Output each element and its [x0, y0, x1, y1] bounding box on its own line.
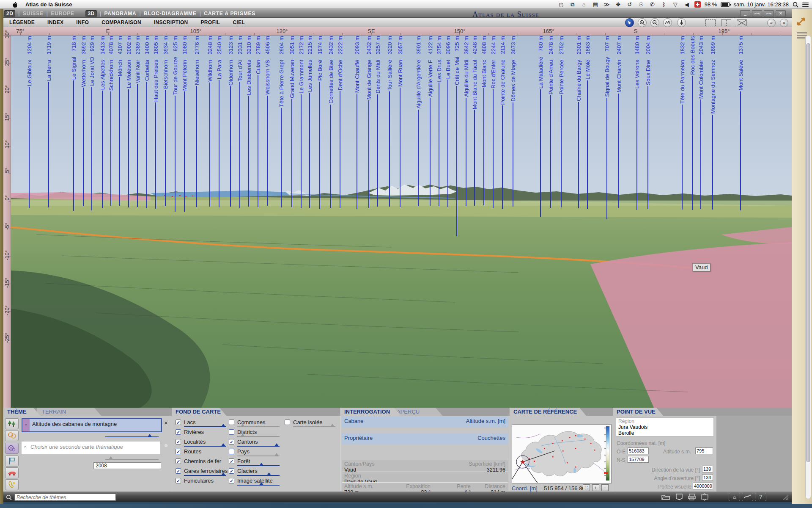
peak-marker[interactable]: Sous Dine 2004 m [645, 36, 651, 209]
menubar-clock[interactable]: sam. 10 janv. 16:28:38 [733, 1, 789, 8]
menu-info[interactable]: INFO [76, 19, 89, 25]
mode-badge-2d[interactable]: 2D [4, 10, 15, 17]
theme2-selector[interactable]: ^ Choisir une seconde carte thématique [22, 442, 160, 454]
transparency-slider[interactable] [237, 446, 280, 447]
peak-marker[interactable]: Tour Sallière 3220 m [386, 36, 393, 207]
theme2-dropdown-icon[interactable]: ^ [22, 442, 29, 454]
layout-icon[interactable]: ▤ [592, 1, 599, 8]
peak-marker[interactable]: Tour d'Aï 2331 m [236, 36, 243, 208]
panorama-view[interactable]: 75°E105°120°SE150°165°S195° 30°25°20°15°… [3, 27, 792, 408]
transparency-slider[interactable] [293, 426, 335, 427]
peak-marker[interactable]: Pointe Percée 2752 m [558, 36, 565, 207]
next-view-button[interactable]: » [780, 19, 788, 27]
peak-marker[interactable]: Niesehorn 2776 m [193, 36, 200, 207]
home-sharing-icon[interactable]: ⌂ [580, 1, 588, 8]
home-view-button[interactable]: ⌂ [729, 493, 740, 501]
transparency-slider[interactable] [184, 426, 226, 427]
theme2-transparency-slider[interactable] [105, 459, 159, 460]
peak-marker[interactable]: La Berra 1719 m [45, 36, 52, 207]
zoom-out-button[interactable] [650, 18, 659, 27]
menu-légende[interactable]: LÉGENDE [9, 19, 35, 25]
peak-marker[interactable]: Le Signal 718 m [70, 36, 77, 211]
transparency-slider[interactable] [237, 436, 280, 437]
checkbox-routes[interactable]: ✓ [176, 449, 181, 454]
transparency-slider[interactable] [237, 475, 280, 476]
notification-center-icon[interactable] [802, 2, 809, 8]
checkbox-funiculaires[interactable]: ✓ [176, 478, 181, 483]
transparency-slider[interactable] [237, 426, 280, 427]
theme1-dropdown-icon[interactable]: ^ [22, 419, 30, 431]
displays-icon[interactable]: ⧉ [569, 1, 576, 8]
battery-icon[interactable] [721, 2, 730, 7]
peak-marker[interactable]: Le Grammont 2172 m [298, 36, 304, 208]
peak-marker[interactable]: Le Buet 3096 m [444, 36, 451, 207]
close-view-button[interactable] [737, 19, 747, 26]
peak-marker[interactable]: Pic Boré 1974 m [316, 36, 323, 209]
panorama-scene[interactable]: Le Gibloux 1204 mLa Berra 1719 mLe Signa… [11, 36, 792, 408]
aperture-field[interactable] [702, 474, 713, 481]
help-button[interactable]: ? [755, 493, 766, 501]
peak-marker[interactable]: Mont Chauffé 2093 m [354, 36, 360, 209]
menu-inscription[interactable]: INSCRIPTION [154, 19, 188, 25]
open-folder-icon[interactable] [661, 493, 670, 501]
peak-marker[interactable]: Dent d'Oche 2222 m [337, 36, 343, 208]
checkbox-districts[interactable] [229, 429, 234, 435]
peak-marker[interactable]: Aiguille Verte F 4122 m [427, 36, 433, 206]
peak-marker[interactable]: Pointe de Chalune 2114 m [499, 36, 506, 209]
volume-icon[interactable]: ◀ [683, 1, 691, 8]
peak-marker[interactable]: La Para 2540 m [216, 36, 222, 207]
peak-marker[interactable]: Mont de Grange 2432 m [365, 36, 372, 208]
resize-grip[interactable] [782, 494, 789, 500]
peak-marker[interactable]: Tour de Gourze 925 m [172, 36, 178, 212]
theme-nature-button[interactable] [5, 418, 19, 429]
peak-marker[interactable]: Aiguille d'Argentière 3901 m [415, 36, 422, 206]
theme1-remove-button[interactable]: × [164, 419, 168, 426]
checkbox-communes[interactable] [229, 420, 234, 425]
theme-state-button[interactable] [5, 456, 19, 467]
range-field[interactable] [693, 483, 713, 489]
zoom-in-button[interactable] [638, 18, 647, 27]
theme-energy-button[interactable] [5, 479, 19, 490]
checkbox-pays[interactable] [229, 449, 234, 454]
vertical-scrollbar[interactable] [805, 35, 811, 499]
apple-menu-icon[interactable] [12, 1, 18, 8]
peak-marker[interactable]: Bietschhorn 3934 m [162, 36, 169, 206]
direction-field[interactable] [702, 466, 713, 472]
spotlight-icon[interactable] [793, 2, 798, 8]
peak-marker[interactable]: Dents du Midi 3257 m [374, 36, 381, 207]
mode-item-bloc-diagramme[interactable]: BLOC-DIAGRAMME [144, 11, 197, 17]
peak-marker[interactable]: Oldenhorn 3123 m [227, 36, 234, 207]
bluetooth-icon[interactable]: ᛒ [660, 1, 668, 8]
altitude-sm-field[interactable] [695, 447, 713, 454]
peak-marker[interactable]: Le Môle 1863 m [584, 36, 591, 209]
mode-item-panorama[interactable]: PANORAMA [104, 11, 136, 17]
fullscreen-button[interactable]: ⌐¬ [764, 10, 774, 17]
pan-view-button[interactable] [663, 18, 672, 27]
checkbox-localités[interactable]: ✓ [176, 439, 181, 444]
peak-marker[interactable]: Wetterhorn 3692 m [80, 36, 87, 206]
peak-marker[interactable]: Wildhorn 3248 m [206, 36, 213, 207]
refmap-zoom-in-button[interactable]: + [592, 484, 599, 491]
menu-index[interactable]: INDEX [47, 19, 63, 25]
theme2-remove-button[interactable]: ⊗ [163, 442, 169, 449]
checkbox-lacs[interactable]: ✓ [176, 420, 181, 425]
transparency-slider[interactable] [237, 485, 280, 486]
peak-marker[interactable]: Montagne du Semnoz 1699 m [709, 36, 716, 210]
scrollbar-thumb[interactable] [806, 43, 810, 462]
input-language-swiss-flag-icon[interactable] [694, 1, 701, 8]
previous-view-button[interactable]: « [767, 19, 776, 27]
peak-marker[interactable]: Les Jumelles 2215 m [306, 36, 313, 208]
time-machine-icon[interactable]: ↺ [626, 1, 634, 8]
checkbox-forêt[interactable]: ✓ [229, 458, 234, 464]
theme1-selector[interactable]: ^ Altitude des cabanes de montagne [22, 418, 162, 432]
navigate-button[interactable] [625, 18, 634, 27]
close-window-button[interactable]: ✕ [776, 10, 786, 17]
peak-marker[interactable]: La Maladière 760 m [537, 36, 544, 217]
forward-icon[interactable]: ≫ [603, 1, 611, 8]
checkbox-image-satellite[interactable]: ✓ [229, 478, 234, 483]
zoom-window-button[interactable]: ⌐¬ [752, 10, 762, 17]
peak-marker[interactable]: Tête du Parmelan 1832 m [679, 36, 686, 210]
spaces-icon[interactable]: ✥ [614, 1, 622, 8]
transparency-slider[interactable] [237, 465, 280, 466]
peak-marker[interactable]: Le Jorat VD 929 m [88, 36, 95, 210]
